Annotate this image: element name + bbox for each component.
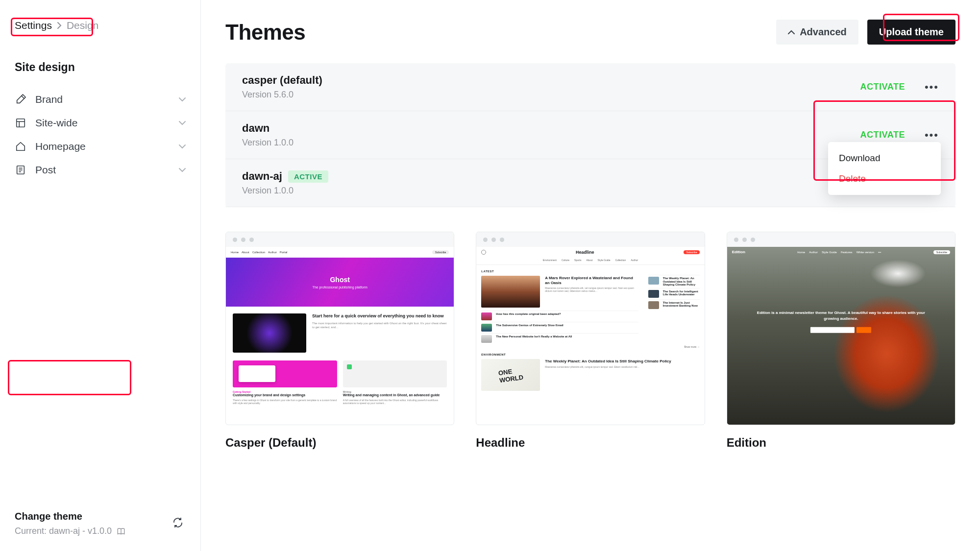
chevron-down-icon [179,168,186,172]
preview-menu-item: Style Guide [598,259,611,262]
window-dot-icon [483,238,488,242]
refresh-icon[interactable] [172,517,186,530]
preview-section-label: LATEST [476,265,704,275]
preview-edition[interactable]: Edition Home Author Style Guide Features… [727,232,956,450]
window-dot-icon [500,238,504,242]
preview-thumbnail [233,313,306,353]
book-icon [117,527,125,536]
dropdown-delete[interactable]: Delete [828,168,941,189]
preview-tagline: Edition is a minimal newsletter theme fo… [750,310,932,321]
sidebar-section-title: Site design [15,61,186,74]
sidebar-item-label: Homepage [35,141,170,152]
preview-input [810,327,855,333]
preview-site-title: Headline [486,250,684,255]
preview-menu-item: Author [631,259,638,262]
preview-title: Headline [476,436,705,450]
preview-nav-link: Author [268,251,277,254]
home-icon [15,141,26,152]
theme-row-dawn: dawn Version 1.0.0 ACTIVATE ••• Download… [225,111,956,159]
preview-thumbnail [481,276,540,308]
sidebar-item-label: Site-wide [35,117,170,129]
more-icon[interactable]: ••• [925,81,939,94]
change-theme-block[interactable]: Change theme Current: dawn-aj - v1.0.0 [15,511,125,536]
theme-actions-dropdown: Download Delete [828,142,941,195]
layout-icon [15,117,26,129]
preview-subscribe: Subscribe [432,250,449,254]
preview-subscribe: Subscribe [933,250,950,254]
breadcrumb: Settings Design [15,20,186,31]
preview-hero-sub: The professional publishing platform [312,286,367,289]
preview-col-title: Writing and managing content in Ghost, a… [343,393,447,397]
sidebar-item-brand[interactable]: Brand [15,88,186,111]
document-icon [15,164,26,176]
sidebar-item-label: Post [35,164,170,176]
preview-body: Home About Collection Author Portal Subs… [226,247,454,425]
preview-feat-sub: The most important information to help y… [312,322,447,330]
advanced-button[interactable]: Advanced [776,20,858,45]
preview-casper[interactable]: Home About Collection Author Portal Subs… [225,232,454,450]
preview-lorem: Maecenas consectetur pharetra elit, cong… [545,365,699,368]
preview-thumb [481,335,492,343]
chevron-down-icon [179,121,186,125]
preview-menu-item: Environment [543,259,557,262]
chevron-down-icon [179,144,186,149]
more-icon[interactable]: ••• [925,129,939,142]
preview-thumbnail [343,360,447,387]
brush-icon [15,94,26,105]
window-chrome [226,232,454,247]
preview-list-item: The Subversive Genius of Extremely Slow … [496,324,638,332]
preview-hero-image [727,247,955,425]
window-dot-icon [491,238,496,242]
sidebar-item-post[interactable]: Post [15,158,186,182]
window-dot-icon [751,238,755,242]
theme-name: dawn-aj [242,170,282,183]
preview-side-item: The Search for Intelligent Life Heads Un… [663,290,700,298]
preview-nav-link: Portal [280,251,288,254]
dropdown-download[interactable]: Download [828,148,941,168]
chevron-down-icon [179,97,186,102]
upload-theme-button[interactable]: Upload theme [867,20,956,45]
preview-headline-title: A Mars Rover Explored a Wasteland and Fo… [545,276,638,285]
preview-list-item: The New Personal Website Isn't Really a … [496,335,638,343]
highlight-change-theme [8,360,131,395]
preview-headline-title: The Weekly Planet: An Outdated Idea Is S… [545,359,699,364]
breadcrumb-root[interactable]: Settings [15,20,52,31]
preview-title: Casper (Default) [225,436,454,450]
preview-nav-link: Author [809,251,818,254]
preview-lorem: Maecenas consectetur pharetra elit, vel … [545,287,638,293]
change-theme-subtitle: Current: dawn-aj - v1.0.0 [15,526,112,536]
preview-show-more: Show more → [476,344,704,348]
preview-hero-title: Ghost [330,276,349,284]
theme-version: Version 1.0.0 [242,138,294,148]
preview-thumb [481,312,492,320]
theme-version: Version 5.6.0 [242,90,322,100]
change-theme-title: Change theme [15,511,125,522]
window-dot-icon [742,238,747,242]
activate-button[interactable]: ACTIVATE [860,130,905,140]
preview-thumb [648,277,659,285]
preview-headline[interactable]: Headline Subscribe Environment Culture S… [476,232,705,450]
chevron-up-icon [788,30,795,34]
window-dot-icon [233,238,237,242]
window-chrome [476,232,704,247]
preview-nav-link: Collection [252,251,265,254]
window-dot-icon [734,238,738,242]
preview-menu-item: About [587,259,593,262]
sidebar-item-sitewide[interactable]: Site-wide [15,111,186,135]
preview-feat-title: Start here for a quick overview of every… [312,313,447,319]
preview-thumbnail [233,360,337,387]
preview-menu-item: Collection [615,259,626,262]
page-title: Themes [225,20,305,45]
theme-row-casper: casper (default) Version 5.6.0 ACTIVATE … [225,63,956,111]
theme-name: casper (default) [242,74,322,87]
preview-menu-item: Culture [562,259,569,262]
preview-section-label: ENVIRONMENT [476,348,704,358]
activate-button[interactable]: ACTIVATE [860,82,905,92]
preview-body: Edition Home Author Style Guide Features… [727,247,955,425]
preview-thumb [648,301,659,309]
theme-version: Version 1.0.0 [242,186,328,196]
sidebar-item-homepage[interactable]: Homepage [15,135,186,158]
preview-nav-link: Features [841,251,853,254]
preview-thumb [481,324,492,332]
preview-title: Edition [727,436,956,450]
